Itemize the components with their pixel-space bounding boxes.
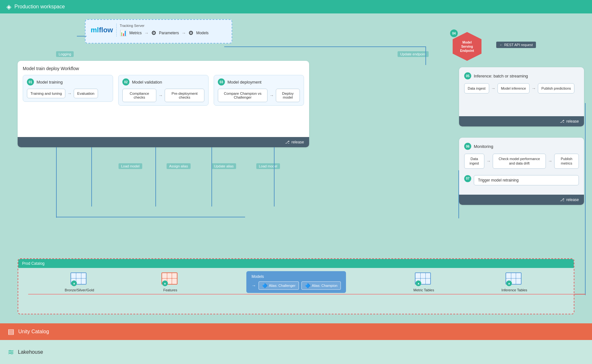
mlflow-header: mlflow Tracking Server 📊 Metrics → ⚙ Par… (91, 24, 226, 36)
catalog-item-inference-tables: ▲ Inference Tables (501, 272, 527, 292)
workflow-sections: 01 Model training Training and tuning → … (23, 75, 304, 106)
workflow-release-bar: ⎇ release (18, 137, 309, 147)
arrow-01: → (67, 91, 72, 96)
params-icon: ⚙ (151, 29, 156, 36)
model-serving-hexagon: ModelServingEndpoint (453, 32, 481, 61)
section-03-num: 03 (218, 78, 225, 85)
section-02-num: 02 (122, 78, 129, 85)
alias-challenger: 🔷 Alias: Challenger (259, 281, 299, 290)
monitoring-box: 06 Monitoring Data ingest → Check model … (459, 138, 584, 205)
champion-icon: 🔷 (305, 283, 310, 288)
features-label: Features (163, 288, 177, 292)
catalog-item-features: ▲ Features (161, 272, 179, 292)
metrics-icon: 📊 (120, 29, 127, 36)
step-training-tuning: Training and tuning (27, 89, 65, 98)
line-v4 (274, 147, 275, 206)
trigger-step-num: 07 (464, 175, 471, 182)
workspace-icon: ◈ (6, 3, 11, 11)
inf-arrow1: → (491, 86, 496, 91)
endpoint-step-num: 04 (450, 29, 458, 37)
section-02-header: 02 Model validation (122, 78, 204, 85)
load-model-1-tag: Load model (119, 163, 142, 169)
models-box: Models → 🔷 Alias: Challenger 🔷 Alias: Ch… (246, 271, 346, 293)
mon-arrow1: → (486, 158, 491, 164)
section-01-num: 01 (27, 78, 34, 85)
mon-arrow2: → (548, 158, 552, 164)
workflow-box: Model train deploy Workflow 01 Model tra… (18, 61, 309, 147)
monitoring-step-num: 06 (464, 143, 471, 150)
step-compare-champion: Compare Champion vs Challenger (218, 89, 267, 102)
line-red-bottom (56, 217, 245, 217)
step-publish-predictions: Publish predictions (538, 83, 574, 93)
step-model-inference: Model inference (497, 83, 530, 93)
monitoring-release-label: ⎇ release (560, 198, 579, 202)
line-v-endpoint (425, 46, 426, 65)
lakehouse-bar: ≋ Lakehouse (0, 340, 592, 364)
line-v3 (211, 147, 212, 206)
update-alias-tag: Update alias (211, 163, 236, 169)
trigger-box: Trigger model retraining (474, 175, 579, 185)
section-02-title: Model validation (132, 80, 162, 85)
git-icon-workflow: ⎇ (285, 140, 290, 144)
models-arrow: → (251, 283, 256, 288)
inference-title: Inference: batch or streaming (474, 74, 528, 78)
models-title: Models (251, 274, 341, 279)
bronze-label: Bronze/Silver/Gold (65, 288, 94, 292)
prod-catalog-container: Prod Catalog ▲ Bronze/Silver (18, 258, 574, 314)
inference-tables-icon: ▲ (506, 272, 523, 287)
arrow-03: → (269, 93, 274, 98)
update-endpoint-tag: Update endpoint (398, 51, 429, 57)
step-data-ingest-mon: Data ingest (464, 154, 484, 169)
models-label: Models (196, 31, 209, 35)
line-red-right-v (585, 103, 586, 295)
lakehouse-icon: ≋ (8, 348, 14, 357)
inference-box: 05 Inference: batch or streaming Data in… (459, 67, 584, 126)
challenger-icon: 🔷 (262, 283, 267, 288)
unity-icon: ▤ (8, 328, 14, 336)
models-aliases: → 🔷 Alias: Challenger 🔷 Alias: Champion (251, 281, 341, 290)
inf-arrow2: → (531, 86, 536, 91)
line-h-endpoint (224, 46, 426, 47)
top-bar: ◈ Production workspace (0, 0, 592, 13)
step-publish-metrics: Publish metrics (554, 154, 579, 169)
metric-tables-label: Metric Tables (414, 288, 434, 292)
arrow1: → (144, 30, 149, 36)
section-model-deployment: 03 Model deployment Compare Champion vs … (214, 75, 304, 106)
unity-catalog-title: Unity Catalog (18, 329, 49, 335)
metric-tables-icon: ▲ (415, 272, 432, 287)
tracking-server-label: Tracking Server (120, 24, 226, 28)
step-deploy-model: Deploy model (276, 89, 300, 102)
hexagon-wrapper: 04 ModelServingEndpoint ← REST API reque… (453, 32, 481, 61)
git-icon-monitoring: ⎇ (560, 198, 564, 202)
rest-api-tag: ← REST API request (496, 42, 536, 48)
workflow-title: Model train deploy Workflow (23, 66, 304, 71)
inference-release-bar: ⎇ release (459, 116, 584, 126)
inference-step-num: 05 (464, 72, 471, 79)
lakehouse-title: Lakehouse (18, 349, 43, 355)
mlflow-box: mlflow Tracking Server 📊 Metrics → ⚙ Par… (85, 19, 232, 44)
step-compliance-checks: Compliance checks (122, 89, 156, 102)
monitoring-release-bar: ⎇ release (459, 195, 584, 205)
main-area: mlflow Tracking Server 📊 Metrics → ⚙ Par… (0, 13, 592, 364)
model-serving-container: 04 ModelServingEndpoint ← REST API reque… (453, 32, 481, 61)
line-green-right (458, 170, 459, 218)
mlflow-arrow-line (77, 36, 86, 36)
step-data-ingest-inf: Data ingest (464, 83, 489, 93)
workflow-release-label: ⎇ release (285, 140, 304, 144)
arrow2: → (181, 30, 186, 36)
inference-steps: Data ingest → Model inference → Publish … (464, 83, 579, 93)
section-03-steps: Compare Champion vs Challenger → Deploy … (218, 89, 300, 102)
section-02-steps: Compliance checks → Pre-deployment check… (122, 89, 204, 102)
inference-release-label: ⎇ release (560, 119, 579, 124)
arrow-02: → (158, 93, 163, 98)
section-model-validation: 02 Model validation Compliance checks → … (118, 75, 209, 106)
step-check-model-perf: Check model performance and data drift (493, 154, 546, 169)
section-01-header: 01 Model training (27, 78, 109, 85)
models-icon: ⚙ (188, 29, 193, 36)
metrics-label: Metrics (129, 31, 142, 35)
mlflow-logo: mlflow (91, 26, 113, 34)
workspace-title: Production workspace (14, 4, 65, 10)
line-v2 (155, 147, 156, 206)
catalog-item-bronze: ▲ Bronze/Silver/Gold (65, 272, 94, 292)
logging-tag: Logging (56, 51, 74, 57)
